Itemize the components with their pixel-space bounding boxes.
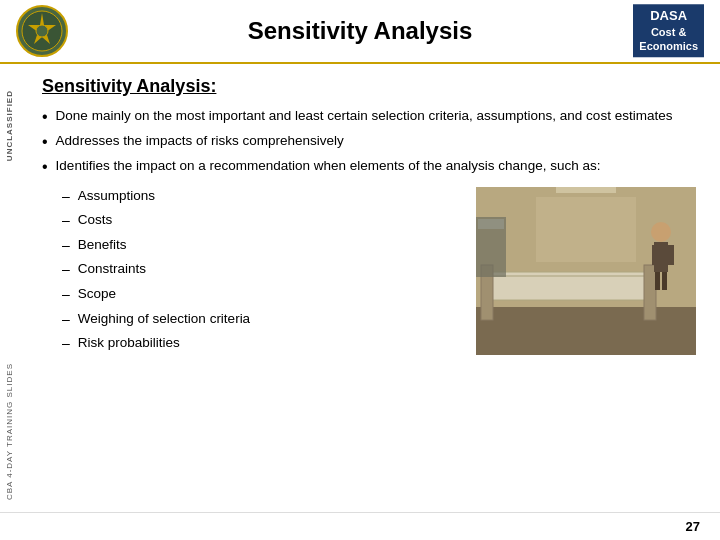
- svg-point-11: [651, 222, 671, 242]
- bullet-dot-1: •: [42, 107, 48, 126]
- svg-rect-18: [478, 219, 504, 229]
- footer: 27: [0, 512, 720, 540]
- sub-item-1: – Assumptions: [62, 187, 460, 207]
- content-image: [476, 187, 696, 355]
- bullet-text-1: Done mainly on the most important and le…: [56, 107, 673, 126]
- sub-text-2: Costs: [78, 211, 113, 230]
- bullet-dot-3: •: [42, 157, 48, 176]
- svg-point-3: [36, 25, 48, 37]
- dasa-line3: Economics: [639, 39, 698, 53]
- side-labels: UNCLASSIFIED CBA 4-DAY TRAINING SLIDES: [0, 80, 18, 510]
- svg-rect-16: [662, 272, 667, 290]
- svg-rect-13: [652, 245, 658, 265]
- header: Sensitivity Analysis DASA Cost & Economi…: [0, 0, 720, 64]
- dasa-logo: DASA Cost & Economics: [633, 4, 704, 57]
- sub-item-6: – Weighing of selection criteria: [62, 310, 460, 330]
- svg-rect-15: [655, 272, 660, 290]
- sub-text-4: Constraints: [78, 260, 146, 279]
- sub-text-1: Assumptions: [78, 187, 155, 206]
- bullet-item-1: • Done mainly on the most important and …: [42, 107, 696, 126]
- bullet-dot-2: •: [42, 132, 48, 151]
- svg-rect-19: [556, 187, 616, 193]
- sub-list: – Assumptions – Costs – Benefits – Const…: [62, 187, 460, 359]
- sub-item-5: – Scope: [62, 285, 460, 305]
- sub-text-3: Benefits: [78, 236, 127, 255]
- sub-item-7: – Risk probabilities: [62, 334, 460, 354]
- page-number: 27: [686, 519, 700, 534]
- sub-text-7: Risk probabilities: [78, 334, 180, 353]
- svg-rect-14: [668, 245, 674, 265]
- sub-text-5: Scope: [78, 285, 116, 304]
- unclassified-label: UNCLASSIFIED: [5, 90, 14, 161]
- dasa-line2: Cost &: [639, 25, 698, 39]
- bullet-text-3: Identifies the impact on a recommendatio…: [56, 157, 601, 176]
- sub-text-6: Weighing of selection criteria: [78, 310, 250, 329]
- bullet-text-2: Addresses the impacts of risks comprehen…: [56, 132, 344, 151]
- sub-item-4: – Constraints: [62, 260, 460, 280]
- army-seal-logo: [16, 5, 68, 57]
- dash-6: –: [62, 310, 70, 330]
- bullet-list: • Done mainly on the most important and …: [42, 107, 696, 177]
- sub-item-3: – Benefits: [62, 236, 460, 256]
- page-title: Sensitivity Analysis: [248, 17, 473, 45]
- dash-2: –: [62, 211, 70, 231]
- svg-rect-6: [476, 307, 696, 355]
- section-title: Sensitivity Analysis:: [42, 76, 696, 97]
- main-content: Sensitivity Analysis: • Done mainly on t…: [18, 64, 720, 371]
- dash-5: –: [62, 285, 70, 305]
- dash-7: –: [62, 334, 70, 354]
- svg-rect-20: [536, 197, 636, 262]
- training-slides-label: CBA 4-DAY TRAINING SLIDES: [5, 363, 14, 500]
- svg-rect-8: [486, 275, 651, 277]
- dash-4: –: [62, 260, 70, 280]
- dash-3: –: [62, 236, 70, 256]
- bullet-item-2: • Addresses the impacts of risks compreh…: [42, 132, 696, 151]
- dash-1: –: [62, 187, 70, 207]
- sub-area: – Assumptions – Costs – Benefits – Const…: [62, 187, 696, 359]
- svg-rect-10: [644, 265, 656, 320]
- sub-item-2: – Costs: [62, 211, 460, 231]
- bullet-item-3: • Identifies the impact on a recommendat…: [42, 157, 696, 176]
- dasa-line1: DASA: [639, 8, 698, 25]
